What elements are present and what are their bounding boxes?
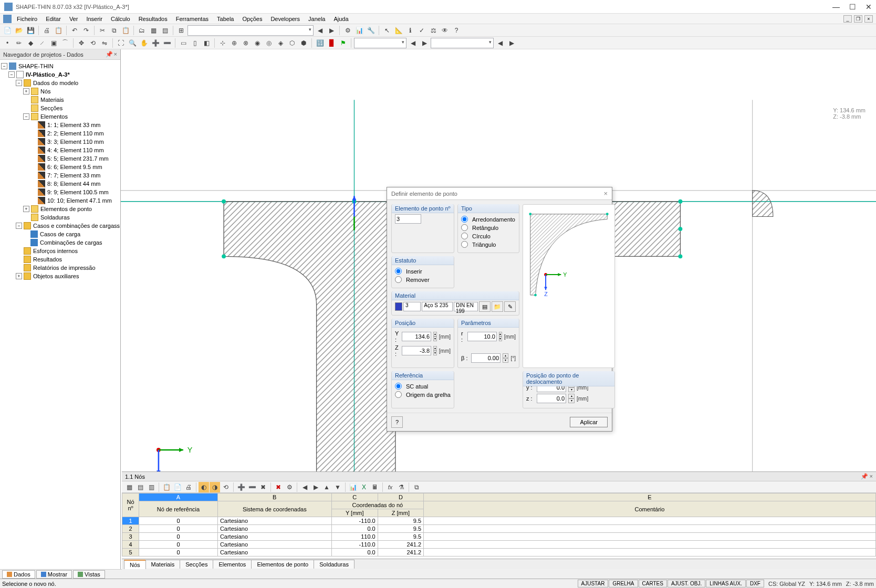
toggle-dxf[interactable]: DXF [746, 580, 764, 587]
print-preview-button[interactable]: 📋 [53, 25, 64, 36]
close-button[interactable]: ✕ [865, 3, 872, 11]
prev-2-button[interactable]: ◀ [495, 38, 505, 48]
snap-4-button[interactable]: ◉ [252, 38, 263, 48]
tree-elem-5[interactable]: 5: 5; Element 231.7 mm [1, 154, 119, 163]
pan-button[interactable]: ✋ [139, 38, 149, 48]
snap-5-button[interactable]: ◎ [264, 38, 274, 48]
select-button[interactable]: ↖ [382, 25, 392, 36]
results-combo-2[interactable] [431, 38, 494, 48]
btab-dados[interactable]: Dados [2, 570, 35, 579]
navigator-pin-icon[interactable]: 📌 [106, 51, 113, 58]
snap-6-button[interactable]: ◈ [275, 38, 286, 48]
cut-button[interactable]: ✂ [97, 25, 108, 36]
pos-y-input[interactable] [402, 332, 431, 341]
toggle-grelha[interactable]: GRELHA [609, 580, 638, 587]
tbl-excel-button[interactable]: X [359, 482, 369, 492]
help-button[interactable]: ? [451, 25, 462, 36]
tbl-btn-11[interactable]: ⚙ [284, 482, 295, 492]
param-r-input[interactable] [467, 332, 497, 341]
tree-root[interactable]: −SHAPE-THIN [1, 62, 119, 70]
r-down[interactable]: ▾ [499, 337, 502, 341]
tree-results[interactable]: Resultados [1, 255, 119, 264]
type-circle-radio[interactable] [461, 233, 468, 239]
numbering-button[interactable]: 🔢 [315, 38, 325, 48]
zoom-in-button[interactable]: ➕ [150, 38, 161, 48]
menu-opcoes[interactable]: Opções [239, 15, 265, 23]
check-button[interactable]: ✓ [416, 25, 427, 36]
pos-z-up[interactable]: ▴ [433, 346, 437, 351]
b-down[interactable]: ▾ [503, 358, 508, 363]
tree-elements[interactable]: −Elementos [1, 112, 119, 121]
results-button[interactable]: 📊 [354, 25, 364, 36]
tree-elem-7[interactable]: 7: 7; Element 33 mm [1, 171, 119, 180]
zoom-out-button[interactable]: ➖ [162, 38, 172, 48]
tbl-calc-button[interactable]: 🖩 [370, 482, 380, 492]
tbl-btn-6[interactable]: 🖨 [183, 482, 194, 492]
type-triangle-radio[interactable] [461, 241, 468, 248]
tree-elem-10[interactable]: 10: 10; Element 47.1 mm [1, 196, 119, 205]
current-lc-combo[interactable] [187, 25, 314, 36]
new-button[interactable]: 📄 [2, 25, 13, 36]
open-button[interactable]: 📂 [14, 25, 24, 36]
col-c[interactable]: C [331, 494, 378, 501]
move-button[interactable]: ✥ [76, 38, 87, 48]
material-name[interactable]: Aço S 235 [422, 302, 453, 311]
col-d[interactable]: D [378, 494, 423, 501]
tree-combos[interactable]: Combinações de cargas [1, 238, 119, 247]
prev-lc-button[interactable]: ◀ [315, 25, 325, 36]
save-button[interactable]: 💾 [25, 25, 36, 36]
tbl-delete-button[interactable]: ✖ [273, 482, 284, 492]
zoom-window-button[interactable]: 🔍 [127, 38, 138, 48]
tbl-arr-4[interactable]: ▼ [332, 482, 343, 492]
tbl-highlight-2[interactable]: ◑ [210, 482, 220, 492]
print-button[interactable]: 🖨 [41, 25, 52, 36]
tbl-export-button[interactable]: 📊 [348, 482, 358, 492]
tab-materiais[interactable]: Materiais [145, 560, 181, 569]
tree-print-reports[interactable]: Relatórios de impressão [1, 264, 119, 272]
view-3-button[interactable]: ◧ [201, 38, 212, 48]
colors-button[interactable]: ▉ [326, 38, 337, 48]
col-a[interactable]: A [139, 494, 218, 501]
table-close-icon[interactable]: × [870, 473, 873, 480]
undo-button[interactable]: ↶ [69, 25, 80, 36]
tree-model-data[interactable]: −Dados do modelo [1, 79, 119, 87]
material-norm[interactable]: DIN EN 199 [454, 302, 478, 311]
snap-1-button[interactable]: ⊹ [217, 38, 228, 48]
dialog-close-button[interactable]: × [603, 190, 608, 197]
tbl-btn-3[interactable]: ▥ [146, 482, 157, 492]
col-y-header[interactable]: Y [mm] [331, 509, 378, 517]
tree-elem-2[interactable]: 2: 2; Element 110 mm [1, 129, 119, 138]
menu-calculo[interactable]: Cálculo [108, 15, 133, 23]
mdi-restore[interactable]: ❐ [854, 15, 862, 23]
menu-janela[interactable]: Janela [305, 15, 328, 23]
navigator-button[interactable]: 🗂 [137, 25, 147, 36]
element-button[interactable]: ✏ [14, 38, 24, 48]
tbl-btn-7[interactable]: ⟲ [221, 482, 231, 492]
tree-project[interactable]: −IV-Plástico_A-3* [1, 70, 119, 79]
oz-down[interactable]: ▾ [568, 398, 575, 403]
toggle-linhas-aux[interactable]: LINHAS AUX. [706, 580, 746, 587]
col-z-header[interactable]: Z [mm] [378, 509, 423, 517]
tree-point-elements[interactable]: +Elementos de ponto [1, 205, 119, 213]
snap-7-button[interactable]: ⬡ [287, 38, 297, 48]
menu-developers[interactable]: Developers [267, 15, 303, 23]
navigator-close-icon[interactable]: × [114, 51, 117, 58]
tab-seccoes[interactable]: Secções [180, 560, 213, 569]
minimize-button[interactable]: — [832, 3, 840, 11]
type-rounding-radio[interactable] [461, 216, 468, 223]
toggle-cartes[interactable]: CARTES [639, 580, 667, 587]
paste-button[interactable]: 📋 [120, 25, 131, 36]
pos-z-input[interactable] [402, 346, 431, 355]
toggle-ajust-obj[interactable]: AJUST. OBJ. [668, 580, 705, 587]
menu-ajuda[interactable]: Ajuda [330, 15, 351, 23]
col-no-header[interactable]: Nó nº [122, 494, 139, 517]
pos-y-up[interactable]: ▴ [433, 332, 437, 337]
mirror-button[interactable]: ⇋ [99, 38, 110, 48]
tree-elem-8[interactable]: 8: 8; Element 44 mm [1, 180, 119, 188]
status-insert-radio[interactable] [395, 268, 402, 275]
snap-8-button[interactable]: ⬢ [298, 38, 309, 48]
arc-button[interactable]: ⌒ [60, 38, 70, 48]
menu-ver[interactable]: Ver [66, 15, 81, 23]
tbl-btn-5[interactable]: 📄 [172, 482, 183, 492]
point-elem-button[interactable]: ◆ [25, 38, 36, 48]
